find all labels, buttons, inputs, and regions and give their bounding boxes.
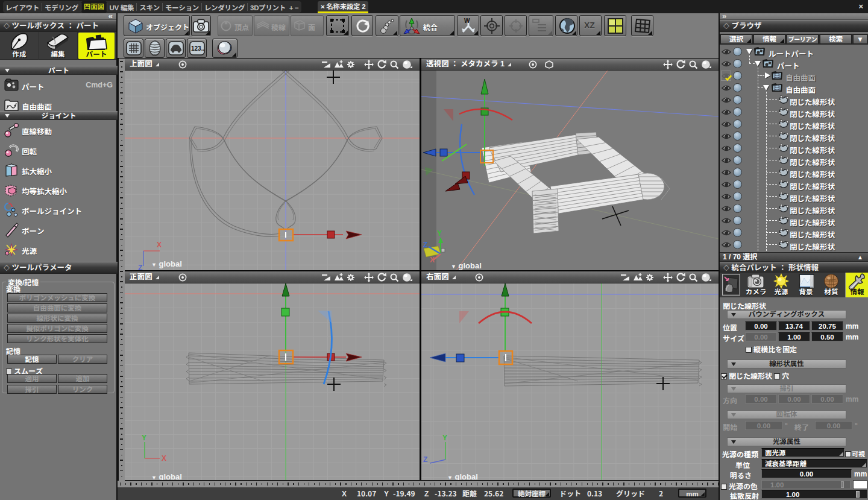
svg-text:X: X bbox=[430, 256, 435, 264]
svg-text:W: W bbox=[464, 17, 470, 24]
svg-text:Z: Z bbox=[423, 241, 427, 249]
svg-text:X: X bbox=[157, 241, 162, 249]
svg-text:Y: Y bbox=[442, 434, 447, 442]
svg-text:Z: Z bbox=[423, 455, 427, 464]
svg-text:Y: Y bbox=[142, 434, 146, 442]
svg-text:Z: Z bbox=[138, 264, 142, 270]
svg-text:123..: 123.. bbox=[191, 45, 204, 52]
svg-text:Y: Y bbox=[437, 229, 442, 238]
svg-text:X: X bbox=[162, 454, 166, 463]
